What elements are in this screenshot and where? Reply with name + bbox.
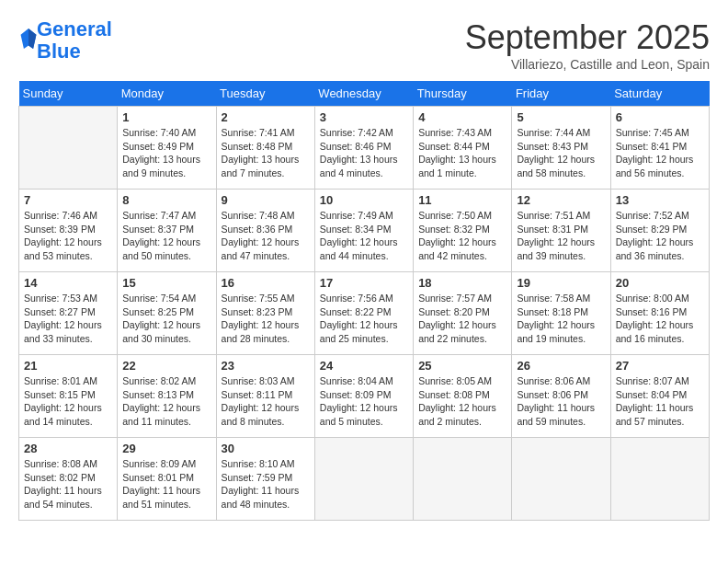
calendar-cell: 24Sunrise: 8:04 AM Sunset: 8:09 PM Dayli… xyxy=(314,355,413,438)
day-info: Sunrise: 7:40 AM Sunset: 8:49 PM Dayligh… xyxy=(122,126,210,180)
calendar-cell: 28Sunrise: 8:08 AM Sunset: 8:02 PM Dayli… xyxy=(19,438,118,521)
day-info: Sunrise: 8:06 AM Sunset: 8:06 PM Dayligh… xyxy=(517,374,605,429)
calendar-cell: 25Sunrise: 8:05 AM Sunset: 8:08 PM Dayli… xyxy=(414,355,512,438)
title-block: September 2025 Villariezo, Castille and … xyxy=(465,18,710,72)
calendar-cell: 7Sunrise: 7:46 AM Sunset: 8:39 PM Daylig… xyxy=(19,190,118,272)
calendar-cell xyxy=(512,438,610,521)
header-friday: Friday xyxy=(512,81,610,107)
day-info: Sunrise: 8:07 AM Sunset: 8:04 PM Dayligh… xyxy=(616,374,704,429)
day-info: Sunrise: 8:10 AM Sunset: 7:59 PM Dayligh… xyxy=(222,457,310,511)
calendar-cell: 14Sunrise: 7:53 AM Sunset: 8:27 PM Dayli… xyxy=(19,272,118,355)
day-number: 17 xyxy=(320,276,408,290)
calendar-cell xyxy=(19,107,118,190)
month-title: September 2025 xyxy=(465,18,710,57)
calendar-cell xyxy=(610,438,709,521)
calendar-cell: 11Sunrise: 7:50 AM Sunset: 8:32 PM Dayli… xyxy=(414,190,512,272)
calendar-cell: 22Sunrise: 8:02 AM Sunset: 8:13 PM Dayli… xyxy=(118,355,216,438)
day-number: 23 xyxy=(222,359,310,373)
day-info: Sunrise: 7:42 AM Sunset: 8:46 PM Dayligh… xyxy=(320,126,408,180)
calendar-cell: 9Sunrise: 7:48 AM Sunset: 8:36 PM Daylig… xyxy=(216,190,314,272)
calendar-cell: 12Sunrise: 7:51 AM Sunset: 8:31 PM Dayli… xyxy=(512,190,610,272)
day-info: Sunrise: 8:09 AM Sunset: 8:01 PM Dayligh… xyxy=(122,457,210,511)
day-info: Sunrise: 8:03 AM Sunset: 8:11 PM Dayligh… xyxy=(222,374,310,429)
calendar-cell: 4Sunrise: 7:43 AM Sunset: 8:44 PM Daylig… xyxy=(414,107,512,190)
calendar-cell: 1Sunrise: 7:40 AM Sunset: 8:49 PM Daylig… xyxy=(118,107,216,190)
day-info: Sunrise: 7:48 AM Sunset: 8:36 PM Dayligh… xyxy=(222,209,310,263)
calendar-cell: 2Sunrise: 7:41 AM Sunset: 8:48 PM Daylig… xyxy=(216,107,314,190)
calendar-cell: 29Sunrise: 8:09 AM Sunset: 8:01 PM Dayli… xyxy=(118,438,216,521)
header-sunday: Sunday xyxy=(19,81,118,107)
day-info: Sunrise: 8:01 AM Sunset: 8:15 PM Dayligh… xyxy=(24,374,112,429)
day-number: 3 xyxy=(320,110,408,124)
day-number: 22 xyxy=(122,359,210,373)
calendar-cell: 6Sunrise: 7:45 AM Sunset: 8:41 PM Daylig… xyxy=(610,107,709,190)
day-info: Sunrise: 7:57 AM Sunset: 8:20 PM Dayligh… xyxy=(418,292,506,346)
day-info: Sunrise: 7:43 AM Sunset: 8:44 PM Dayligh… xyxy=(418,126,506,180)
day-number: 20 xyxy=(616,276,704,290)
day-number: 11 xyxy=(418,193,506,207)
calendar-table: SundayMondayTuesdayWednesdayThursdayFrid… xyxy=(18,81,710,521)
day-info: Sunrise: 7:49 AM Sunset: 8:34 PM Dayligh… xyxy=(320,209,408,263)
day-number: 9 xyxy=(222,193,310,207)
day-number: 12 xyxy=(517,193,605,207)
day-number: 10 xyxy=(320,193,408,207)
page-header: General Blue September 2025 Villariezo, … xyxy=(18,18,710,72)
calendar-cell: 20Sunrise: 8:00 AM Sunset: 8:16 PM Dayli… xyxy=(610,272,709,355)
day-info: Sunrise: 8:04 AM Sunset: 8:09 PM Dayligh… xyxy=(320,374,408,429)
day-number: 25 xyxy=(418,359,506,373)
day-info: Sunrise: 8:05 AM Sunset: 8:08 PM Dayligh… xyxy=(418,374,506,429)
week-row-1: 1Sunrise: 7:40 AM Sunset: 8:49 PM Daylig… xyxy=(19,107,710,190)
day-number: 1 xyxy=(122,110,210,124)
day-number: 8 xyxy=(122,193,210,207)
calendar-cell: 27Sunrise: 8:07 AM Sunset: 8:04 PM Dayli… xyxy=(610,355,709,438)
header-saturday: Saturday xyxy=(610,81,709,107)
logo-text: General Blue xyxy=(37,18,112,63)
day-number: 28 xyxy=(24,442,112,455)
week-row-4: 21Sunrise: 8:01 AM Sunset: 8:15 PM Dayli… xyxy=(19,355,710,438)
day-info: Sunrise: 7:50 AM Sunset: 8:32 PM Dayligh… xyxy=(418,209,506,263)
day-number: 13 xyxy=(616,193,704,207)
day-info: Sunrise: 7:41 AM Sunset: 8:48 PM Dayligh… xyxy=(222,126,310,180)
calendar-cell: 30Sunrise: 8:10 AM Sunset: 7:59 PM Dayli… xyxy=(216,438,314,521)
location-subtitle: Villariezo, Castille and Leon, Spain xyxy=(465,57,710,72)
header-wednesday: Wednesday xyxy=(314,81,413,107)
day-number: 7 xyxy=(24,193,112,207)
calendar-cell: 10Sunrise: 7:49 AM Sunset: 8:34 PM Dayli… xyxy=(314,190,413,272)
week-row-2: 7Sunrise: 7:46 AM Sunset: 8:39 PM Daylig… xyxy=(19,190,710,272)
day-info: Sunrise: 8:00 AM Sunset: 8:16 PM Dayligh… xyxy=(616,292,704,346)
day-number: 6 xyxy=(616,110,704,124)
day-info: Sunrise: 7:51 AM Sunset: 8:31 PM Dayligh… xyxy=(517,209,605,263)
calendar-cell: 23Sunrise: 8:03 AM Sunset: 8:11 PM Dayli… xyxy=(216,355,314,438)
day-number: 19 xyxy=(517,276,605,290)
calendar-cell: 13Sunrise: 7:52 AM Sunset: 8:29 PM Dayli… xyxy=(610,190,709,272)
calendar-cell: 16Sunrise: 7:55 AM Sunset: 8:23 PM Dayli… xyxy=(216,272,314,355)
logo-icon xyxy=(20,29,37,49)
calendar-cell: 21Sunrise: 8:01 AM Sunset: 8:15 PM Dayli… xyxy=(19,355,118,438)
day-number: 27 xyxy=(616,359,704,373)
day-number: 21 xyxy=(24,359,112,373)
day-number: 30 xyxy=(222,442,310,455)
day-info: Sunrise: 8:02 AM Sunset: 8:13 PM Dayligh… xyxy=(122,374,210,429)
day-number: 29 xyxy=(122,442,210,455)
calendar-cell xyxy=(414,438,512,521)
calendar-cell: 5Sunrise: 7:44 AM Sunset: 8:43 PM Daylig… xyxy=(512,107,610,190)
day-info: Sunrise: 7:52 AM Sunset: 8:29 PM Dayligh… xyxy=(616,209,704,263)
day-info: Sunrise: 7:47 AM Sunset: 8:37 PM Dayligh… xyxy=(122,209,210,263)
logo: General Blue xyxy=(18,18,112,63)
day-number: 2 xyxy=(222,110,310,124)
day-info: Sunrise: 7:46 AM Sunset: 8:39 PM Dayligh… xyxy=(24,209,112,263)
header-tuesday: Tuesday xyxy=(216,81,314,107)
header-row: SundayMondayTuesdayWednesdayThursdayFrid… xyxy=(19,81,710,107)
day-number: 15 xyxy=(122,276,210,290)
day-info: Sunrise: 7:53 AM Sunset: 8:27 PM Dayligh… xyxy=(24,292,112,346)
day-number: 5 xyxy=(517,110,605,124)
day-info: Sunrise: 7:58 AM Sunset: 8:18 PM Dayligh… xyxy=(517,292,605,346)
day-info: Sunrise: 7:56 AM Sunset: 8:22 PM Dayligh… xyxy=(320,292,408,346)
calendar-cell: 8Sunrise: 7:47 AM Sunset: 8:37 PM Daylig… xyxy=(118,190,216,272)
calendar-cell: 26Sunrise: 8:06 AM Sunset: 8:06 PM Dayli… xyxy=(512,355,610,438)
day-number: 26 xyxy=(517,359,605,373)
day-number: 24 xyxy=(320,359,408,373)
day-info: Sunrise: 7:54 AM Sunset: 8:25 PM Dayligh… xyxy=(122,292,210,346)
day-info: Sunrise: 7:55 AM Sunset: 8:23 PM Dayligh… xyxy=(222,292,310,346)
day-info: Sunrise: 8:08 AM Sunset: 8:02 PM Dayligh… xyxy=(24,457,112,511)
